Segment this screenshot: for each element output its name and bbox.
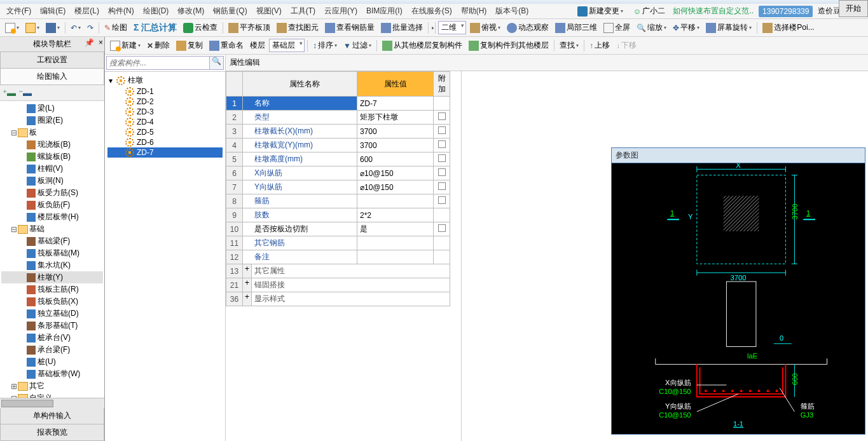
comp-item[interactable]: ZD-7 <box>107 147 223 158</box>
tree-node[interactable]: 柱墩(Y) <box>1 271 103 283</box>
pin-icon[interactable]: 📌 <box>85 38 94 47</box>
tree-node[interactable]: 圈梁(E) <box>1 114 103 126</box>
checkbox[interactable] <box>438 224 446 232</box>
tree-node[interactable]: 集水坑(K) <box>1 259 103 271</box>
find-comp-button[interactable]: 查找▾ <box>557 39 581 52</box>
start-button[interactable]: 开始 <box>839 0 868 17</box>
menu-file[interactable]: 文件(F) <box>3 4 35 18</box>
tree-node[interactable]: ⊟自定义 <box>1 392 103 398</box>
menu-rebar-qty[interactable]: 钢筋量(Q) <box>209 4 251 18</box>
tree-node[interactable]: 桩承台(V) <box>1 332 103 344</box>
tree-node[interactable]: 梁(L) <box>1 102 103 114</box>
menu-bim[interactable]: BIM应用(I) <box>362 4 406 18</box>
new-button[interactable]: ▾ <box>3 22 22 34</box>
property-table[interactable]: 属性名称属性值附加1名称ZD-72类型矩形下柱墩3柱墩截长(X)(mm)3700… <box>226 71 450 306</box>
sort-button[interactable]: ↕排序▾ <box>310 39 340 52</box>
redo-button[interactable]: ↷ <box>85 22 96 34</box>
tree-node[interactable]: 基础梁(F) <box>1 235 103 247</box>
comp-item[interactable]: ZD-4 <box>107 117 223 127</box>
checkbox[interactable] <box>438 154 446 162</box>
batch-select-button[interactable]: 批量选择 <box>378 21 425 34</box>
h-scrollbar[interactable] <box>0 398 104 408</box>
menu-floor[interactable]: 楼层(L) <box>71 4 103 18</box>
checkbox[interactable] <box>438 140 446 148</box>
phone-badge[interactable]: 13907298339 <box>759 6 813 17</box>
tree-node[interactable]: 板受力筋(S) <box>1 187 103 199</box>
copy-from-floor-button[interactable]: 从其他楼层复制构件 <box>380 39 465 52</box>
dynamic-view-button[interactable]: 动态观察 <box>504 21 551 34</box>
tree-node[interactable]: 筏板主筋(R) <box>1 283 103 295</box>
new-change-button[interactable]: 新建变更▾ <box>575 4 626 18</box>
filter-button[interactable]: ▼过滤▾ <box>341 39 374 52</box>
tree-node[interactable]: ⊟基础 <box>1 223 103 235</box>
property-group-row[interactable]: 36+显示样式 <box>226 292 450 306</box>
property-group-row[interactable]: 21+锚固搭接 <box>226 278 450 292</box>
tree-node[interactable]: 承台梁(F) <box>1 344 103 356</box>
property-row[interactable]: 5柱墩高度(mm)600 <box>226 153 450 166</box>
undo-button[interactable]: ↶▾ <box>68 22 83 34</box>
property-row[interactable]: 4柱墩截宽(Y)(mm)3700 <box>226 139 450 153</box>
tree-node[interactable]: 螺旋板(B) <box>1 151 103 163</box>
property-row[interactable]: 12备注 <box>226 250 450 264</box>
tree-node[interactable]: ⊞其它 <box>1 380 103 392</box>
view-rebar-button[interactable]: 查看钢筋量 <box>322 21 377 34</box>
comp-new-button[interactable]: 新建▾ <box>107 39 143 52</box>
move-up-button[interactable]: ↑上移 <box>587 39 612 52</box>
copy-to-floor-button[interactable]: 复制构件到其他楼层 <box>466 39 551 52</box>
tree-node[interactable]: 桩(U) <box>1 356 103 368</box>
collapse-all-icon[interactable]: ⁻▬ <box>18 88 32 98</box>
tree-node[interactable]: 筏板负筋(X) <box>1 295 103 308</box>
floor-combo[interactable]: 基础层 <box>269 39 305 52</box>
draw-button[interactable]: ✎绘图 <box>102 21 130 34</box>
comp-item[interactable]: ZD-3 <box>107 107 223 117</box>
checkbox[interactable] <box>438 126 446 134</box>
save-button[interactable]: ▾ <box>43 22 62 34</box>
tree-node[interactable]: 板负筋(F) <box>1 199 103 211</box>
top-view-button[interactable]: 俯视▾ <box>467 21 503 34</box>
menu-modify[interactable]: 修改(M) <box>174 4 208 18</box>
menu-tools[interactable]: 工具(T) <box>287 4 319 18</box>
search-icon[interactable]: 🔍 <box>210 56 224 70</box>
toolbar-overflow[interactable]: ›› <box>431 25 432 31</box>
draw-input-tab[interactable]: 绘图输入 <box>0 68 104 85</box>
property-row[interactable]: 7Y向纵筋⌀10@150 <box>226 180 450 194</box>
property-row[interactable]: 6X向纵筋⌀10@150 <box>226 166 450 180</box>
component-tree[interactable]: ▾柱墩ZD-1ZD-2ZD-3ZD-4ZD-5ZD-6ZD-7 <box>105 72 225 441</box>
comp-item[interactable]: ZD-1 <box>107 86 223 97</box>
tree-node[interactable]: 筏板基础(M) <box>1 247 103 259</box>
view-mode-combo[interactable]: 二维 <box>438 21 466 34</box>
tip-link[interactable]: 如何快速布置自定义范.. <box>673 6 754 17</box>
tree-node[interactable]: 板洞(N) <box>1 175 103 187</box>
tree-node[interactable]: 楼层板带(H) <box>1 211 103 223</box>
property-group-row[interactable]: 13+其它属性 <box>226 264 450 278</box>
menu-edit[interactable]: 编辑(E) <box>36 4 69 18</box>
comp-root[interactable]: ▾柱墩 <box>107 74 223 86</box>
cloud-check-button[interactable]: 云检查 <box>181 21 220 34</box>
menu-view[interactable]: 视图(V) <box>252 4 286 18</box>
property-row[interactable]: 3柱墩截长(X)(mm)3700 <box>226 125 450 139</box>
menu-version[interactable]: 版本号(B) <box>492 4 532 18</box>
comp-delete-button[interactable]: ✕删除 <box>144 39 172 52</box>
project-settings-tab[interactable]: 工程设置 <box>0 51 104 69</box>
comp-item[interactable]: ZD-5 <box>107 127 223 137</box>
property-row[interactable]: 8箍筋 <box>226 194 450 208</box>
pan-button[interactable]: ✥平移▾ <box>670 21 702 34</box>
select-floor-button[interactable]: 选择楼Poi... <box>760 21 816 34</box>
comp-item[interactable]: ZD-6 <box>107 137 223 147</box>
canvas-area[interactable]: 参数图 <box>461 71 868 441</box>
expand-all-icon[interactable]: ⁺▬ <box>3 88 16 98</box>
checkbox[interactable] <box>438 182 446 190</box>
comp-rename-button[interactable]: 重命名 <box>207 39 246 52</box>
move-down-button[interactable]: ↓下移 <box>614 39 639 52</box>
checkbox[interactable] <box>438 168 446 176</box>
tree-node[interactable]: 基础板带(W) <box>1 368 103 380</box>
nav-tree[interactable]: 梁(L)圈梁(E)⊟板现浇板(B)螺旋板(B)柱帽(V)板洞(N)板受力筋(S)… <box>0 101 104 398</box>
property-row[interactable]: 1名称ZD-7 <box>226 97 450 111</box>
search-input[interactable] <box>106 56 210 70</box>
property-row[interactable]: 2类型矩形下柱墩 <box>226 111 450 125</box>
report-preview-tab[interactable]: 报表预览 <box>0 424 104 441</box>
zoom-button[interactable]: 🔍缩放▾ <box>634 21 669 34</box>
open-button[interactable]: ▾ <box>23 22 42 34</box>
checkbox[interactable] <box>438 196 446 204</box>
menu-component[interactable]: 构件(N) <box>104 4 138 18</box>
